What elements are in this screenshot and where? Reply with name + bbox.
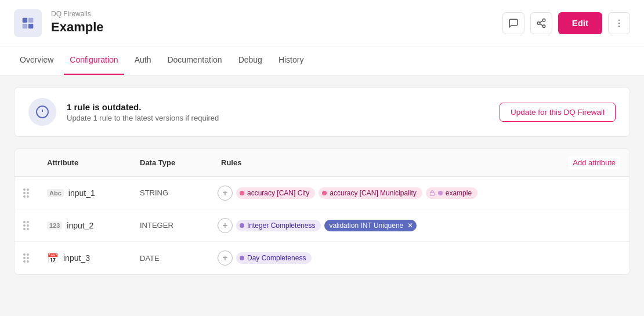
page-title: Example — [51, 19, 502, 36]
main-content: 1 rule is outdated. Update 1 rule to the… — [0, 75, 644, 286]
data-type-label-2: INTEGER — [140, 221, 173, 230]
logo-icon — [14, 9, 42, 37]
attr-label-3: input_3 — [63, 253, 90, 263]
header-actions: Edit — [502, 12, 630, 34]
rule-tag-2-2[interactable]: validation INT Uniquene ✕ — [324, 220, 417, 231]
svg-point-24 — [23, 224, 26, 227]
alert-icon — [28, 98, 56, 126]
th-attribute: Attribute — [38, 149, 131, 176]
svg-point-19 — [23, 195, 26, 198]
svg-line-8 — [540, 20, 542, 22]
svg-point-20 — [27, 195, 29, 198]
attr-name-2: 123 input_2 — [38, 215, 131, 236]
datatype-3: DATE — [131, 248, 212, 268]
svg-point-31 — [27, 257, 29, 259]
type-icon-2: 123 — [47, 221, 62, 230]
tag-label: Integer Completeness — [247, 221, 315, 230]
rule-tag-2-1[interactable]: Integer Completeness — [236, 220, 321, 231]
tab-configuration[interactable]: Configuration — [64, 46, 124, 75]
data-type-label-1: STRING — [140, 188, 168, 197]
rule-tag-1-2[interactable]: accuracy [CAN] Municipality — [319, 187, 422, 199]
drag-handle-1[interactable] — [15, 187, 38, 199]
svg-point-32 — [23, 260, 26, 263]
type-icon-1: Abc — [47, 189, 64, 197]
datatype-2: INTEGER — [131, 215, 212, 235]
tab-auth[interactable]: Auth — [129, 46, 157, 75]
datatype-1: STRING — [131, 183, 212, 203]
share-button[interactable] — [530, 12, 552, 34]
attr-name-3: 📅 input_3 — [38, 247, 131, 270]
th-drag — [15, 149, 38, 176]
alert-subtitle: Update 1 rule to the latest versions if … — [67, 114, 500, 122]
svg-line-7 — [540, 24, 542, 26]
drag-handle-2[interactable] — [15, 220, 38, 231]
tab-overview[interactable]: Overview — [14, 46, 59, 75]
svg-point-25 — [27, 224, 29, 227]
svg-point-10 — [618, 22, 620, 23]
th-rules: Rules — [212, 149, 542, 176]
rule-tag-1-1[interactable]: accuracy [CAN] City — [236, 187, 315, 199]
tag-dot — [240, 256, 244, 260]
attribute-table: Attribute Data Type Rules Add attribute … — [14, 148, 630, 275]
svg-point-22 — [23, 221, 26, 223]
tag-dot — [240, 223, 244, 228]
tag-label: validation INT Uniquene — [329, 221, 403, 230]
svg-point-28 — [23, 253, 26, 256]
alert-text: 1 rule is outdated. Update 1 rule to the… — [67, 102, 500, 122]
alert-title: 1 rule is outdated. — [67, 102, 500, 112]
table-row: 📅 input_3 DATE + Day Completeness — [15, 242, 629, 274]
header: DQ Firewalls Example Edit — [0, 0, 644, 46]
edit-button[interactable]: Edit — [558, 12, 602, 34]
attr-name-1: Abc input_1 — [38, 183, 131, 204]
tab-debug[interactable]: Debug — [233, 46, 268, 75]
svg-point-33 — [27, 260, 29, 263]
add-attribute-button[interactable]: Add attribute — [568, 156, 620, 169]
rules-2: + Integer Completeness validation INT Un… — [212, 213, 542, 238]
addattr-col-1 — [542, 187, 629, 199]
update-button[interactable]: Update for this DQ Firewall — [500, 103, 616, 122]
svg-point-9 — [618, 19, 620, 20]
svg-point-29 — [27, 253, 29, 256]
tab-history[interactable]: History — [273, 46, 310, 75]
drag-handle-3[interactable] — [15, 252, 38, 264]
type-icon-3: 📅 — [47, 253, 59, 264]
tag-label: accuracy [CAN] City — [247, 189, 309, 197]
svg-point-6 — [542, 25, 545, 28]
svg-point-30 — [23, 257, 26, 259]
addattr-col-2 — [542, 220, 629, 231]
rule-tag-1-3[interactable]: example — [426, 187, 477, 199]
svg-rect-1 — [28, 17, 33, 22]
comment-button[interactable] — [502, 12, 524, 34]
tag-dot — [438, 191, 443, 195]
add-rule-button-1[interactable]: + — [218, 186, 233, 201]
addattr-col-3 — [542, 252, 629, 264]
data-type-label-3: DATE — [140, 254, 160, 263]
tab-documentation[interactable]: Documentation — [161, 46, 227, 75]
svg-point-23 — [27, 221, 29, 223]
tabs: Overview Configuration Auth Documentatio… — [0, 46, 644, 75]
th-addattr: Add attribute — [542, 149, 629, 176]
tag-dot — [240, 191, 244, 195]
svg-rect-0 — [23, 17, 27, 22]
svg-point-17 — [23, 192, 26, 194]
rules-3: + Day Completeness — [212, 246, 542, 270]
rule-tag-3-1[interactable]: Day Completeness — [236, 252, 312, 264]
add-rule-button-3[interactable]: + — [218, 250, 233, 266]
table-header: Attribute Data Type Rules Add attribute — [15, 149, 629, 177]
tag-label: example — [446, 189, 472, 197]
svg-point-11 — [618, 26, 620, 27]
header-subtitle: DQ Firewalls — [51, 10, 502, 19]
svg-point-27 — [27, 228, 29, 230]
tag-dot — [322, 191, 327, 195]
svg-rect-3 — [28, 23, 33, 28]
add-rule-button-2[interactable]: + — [218, 218, 233, 233]
alert-banner: 1 rule is outdated. Update 1 rule to the… — [14, 87, 630, 137]
table-row: Abc input_1 STRING + accuracy [CAN] City… — [15, 177, 629, 209]
svg-point-15 — [23, 188, 26, 191]
more-options-button[interactable] — [608, 12, 630, 34]
attr-label-2: input_2 — [67, 221, 93, 230]
svg-rect-21 — [430, 192, 435, 195]
rules-1: + accuracy [CAN] City accuracy [CAN] Mun… — [212, 181, 542, 205]
remove-tag-icon[interactable]: ✕ — [407, 221, 413, 230]
svg-point-4 — [542, 19, 545, 21]
